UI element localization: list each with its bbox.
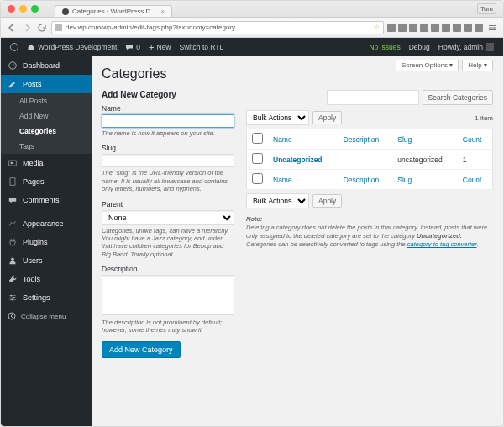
select-all-bottom[interactable] <box>252 173 263 184</box>
name-label: Name <box>102 104 234 113</box>
page-icon <box>55 24 62 31</box>
slug-input[interactable] <box>102 154 234 167</box>
parent-select[interactable]: None <box>102 210 234 225</box>
status-no-issues[interactable]: No issues <box>365 43 404 51</box>
item-count-top: 1 item <box>475 114 493 122</box>
menu-users[interactable]: Users <box>1 251 92 270</box>
window-zoom-button[interactable] <box>31 5 39 13</box>
admin-sidebar: Dashboard Posts All Posts Add New Catego… <box>1 56 92 426</box>
extension-icon[interactable] <box>387 24 396 32</box>
row-slug: uncategorized <box>392 150 458 170</box>
svg-point-13 <box>8 313 15 319</box>
extension-icon[interactable] <box>453 24 461 32</box>
tab-title: Categories ‹ WordPress D… <box>72 8 157 15</box>
select-all-top[interactable] <box>252 133 263 144</box>
submenu-all-posts[interactable]: All Posts <box>1 93 92 108</box>
categories-list-area: Search Categories Bulk Actions Apply 1 i… <box>246 90 493 358</box>
svg-rect-0 <box>489 25 496 26</box>
browser-tab[interactable]: Categories ‹ WordPress D… × <box>55 5 172 17</box>
content-area: Screen Options ▾ Help ▾ Categories Add N… <box>92 56 503 426</box>
svg-point-7 <box>11 162 13 164</box>
row-count: 1 <box>458 150 493 170</box>
menu-dashboard[interactable]: Dashboard <box>1 56 92 75</box>
bookmark-star-icon[interactable]: ☆ <box>374 24 380 31</box>
table-row: Uncategorized uncategorized 1 <box>247 150 493 170</box>
extension-icon[interactable] <box>398 24 407 32</box>
extension-icons <box>387 24 483 32</box>
name-desc: The name is how it appears on your site. <box>102 129 234 137</box>
bulk-actions-select-top[interactable]: Bulk Actions <box>246 110 309 125</box>
extension-icon[interactable] <box>464 24 472 32</box>
menu-appearance[interactable]: Appearance <box>1 214 92 233</box>
description-desc: The description is not prominent by defa… <box>102 319 234 335</box>
apply-button-bottom[interactable]: Apply <box>312 194 342 208</box>
switch-rtl[interactable]: Switch to RTL <box>176 43 228 51</box>
back-button[interactable] <box>6 22 18 34</box>
menu-pages[interactable]: Pages <box>1 172 92 191</box>
url-text: dev.wp.com/wp-admin/edit-tags.php?taxono… <box>66 24 235 31</box>
extension-icon[interactable] <box>442 24 450 32</box>
menu-comments[interactable]: Comments <box>1 191 92 209</box>
browser-toolbar: dev.wp.com/wp-admin/edit-tags.php?taxono… <box>1 18 503 38</box>
svg-rect-1 <box>489 27 496 28</box>
col-name[interactable]: Name <box>268 129 339 150</box>
slug-label: Slug <box>102 144 234 152</box>
search-input[interactable] <box>327 90 419 105</box>
tab-close-icon[interactable]: × <box>160 8 165 15</box>
search-button[interactable]: Search Categories <box>423 90 493 105</box>
window-close-button[interactable] <box>8 5 15 13</box>
row-description <box>339 150 393 170</box>
parent-desc: Categories, unlike tags, can have a hier… <box>102 227 234 259</box>
row-name-link[interactable]: Uncategorized <box>273 156 323 164</box>
screen-options-toggle[interactable]: Screen Options ▾ <box>396 60 459 71</box>
chrome-menu-button[interactable] <box>486 22 498 34</box>
menu-tools[interactable]: Tools <box>1 270 92 288</box>
extension-icon[interactable] <box>431 24 439 32</box>
svg-point-11 <box>13 297 15 298</box>
svg-point-3 <box>11 44 18 51</box>
extension-icon[interactable] <box>409 24 417 32</box>
wp-logo-menu[interactable] <box>6 43 23 51</box>
extension-icon[interactable] <box>420 24 428 32</box>
submenu-categories[interactable]: Categories <box>1 124 92 139</box>
menu-posts[interactable]: Posts <box>1 75 92 93</box>
apply-button-top[interactable]: Apply <box>312 111 342 124</box>
svg-rect-8 <box>10 178 15 185</box>
converter-link[interactable]: category to tag converter <box>407 240 477 248</box>
help-toggle[interactable]: Help ▾ <box>462 60 493 71</box>
name-input[interactable] <box>102 114 234 128</box>
menu-settings[interactable]: Settings <box>1 288 92 307</box>
row-checkbox[interactable] <box>252 153 263 164</box>
col-slug[interactable]: Slug <box>392 129 458 150</box>
window-minimize-button[interactable] <box>19 5 27 13</box>
submenu-tags[interactable]: Tags <box>1 139 92 154</box>
col-description[interactable]: Description <box>339 129 393 150</box>
menu-media[interactable]: Media <box>1 154 92 172</box>
forward-button[interactable] <box>21 22 33 34</box>
site-name-menu[interactable]: WordPress Development <box>23 43 121 51</box>
svg-rect-2 <box>489 29 496 30</box>
svg-point-10 <box>10 295 12 297</box>
new-content-menu[interactable]: +New <box>144 42 175 52</box>
submenu-posts: All Posts Add New Categories Tags <box>1 93 92 154</box>
submenu-add-new[interactable]: Add New <box>1 108 92 124</box>
chrome-profile-button[interactable]: Tom <box>477 3 496 14</box>
menu-plugins[interactable]: Plugins <box>1 233 92 251</box>
description-textarea[interactable] <box>102 275 234 315</box>
user-account-menu[interactable]: Howdy, admin <box>434 43 498 51</box>
svg-point-12 <box>12 299 13 301</box>
description-label: Description <box>102 265 234 273</box>
bulk-actions-select-bottom[interactable]: Bulk Actions <box>246 193 309 208</box>
col-count[interactable]: Count <box>458 129 493 150</box>
note-block: Note: Deleting a category does not delet… <box>246 215 493 250</box>
extension-icon[interactable] <box>475 24 483 32</box>
debug-menu[interactable]: Debug <box>405 43 434 51</box>
reload-button[interactable] <box>36 22 48 34</box>
comments-menu[interactable]: 0 <box>121 43 144 51</box>
address-bar[interactable]: dev.wp.com/wp-admin/edit-tags.php?taxono… <box>51 21 384 34</box>
collapse-menu[interactable]: Collapse menu <box>1 307 92 325</box>
parent-label: Parent <box>102 200 234 208</box>
svg-point-9 <box>11 257 14 261</box>
categories-table: Name Description Slug Count Uncategorize… <box>246 129 493 190</box>
add-category-button[interactable]: Add New Category <box>102 341 181 358</box>
